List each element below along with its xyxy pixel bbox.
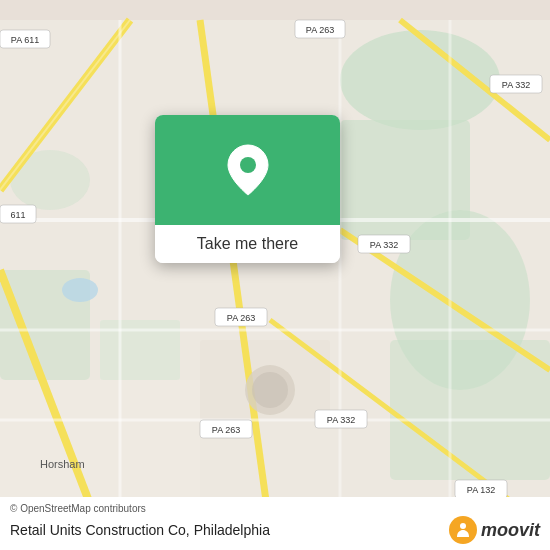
svg-text:Horsham: Horsham bbox=[40, 458, 85, 470]
svg-text:PA 332: PA 332 bbox=[502, 80, 530, 90]
bottom-bar: © OpenStreetMap contributors Retail Unit… bbox=[0, 497, 550, 550]
take-me-there-button[interactable]: Take me there bbox=[169, 236, 326, 252]
svg-text:PA 332: PA 332 bbox=[370, 240, 398, 250]
moovit-person-icon bbox=[454, 521, 472, 539]
popup-green-area bbox=[155, 115, 340, 225]
svg-point-26 bbox=[252, 372, 288, 408]
svg-text:PA 263: PA 263 bbox=[227, 313, 255, 323]
popup-card: Take me there bbox=[155, 115, 340, 263]
map-pin-icon bbox=[226, 143, 270, 197]
svg-point-8 bbox=[62, 278, 98, 302]
place-name: Retail Units Construction Co, Philadelph… bbox=[10, 522, 270, 538]
bottom-info: Retail Units Construction Co, Philadelph… bbox=[10, 516, 540, 544]
svg-text:PA 263: PA 263 bbox=[212, 425, 240, 435]
map-background: PA 611 PA 263 PA 332 611 PA 263 PA 332 P… bbox=[0, 0, 550, 550]
map-container: PA 611 PA 263 PA 332 611 PA 263 PA 332 P… bbox=[0, 0, 550, 550]
svg-text:PA 332: PA 332 bbox=[327, 415, 355, 425]
moovit-logo: moovit bbox=[449, 516, 540, 544]
moovit-text: moovit bbox=[481, 520, 540, 541]
svg-text:PA 132: PA 132 bbox=[467, 485, 495, 495]
popup-button-area: Take me there bbox=[155, 225, 340, 263]
attribution: © OpenStreetMap contributors bbox=[10, 503, 540, 514]
svg-point-47 bbox=[460, 523, 466, 529]
moovit-icon bbox=[449, 516, 477, 544]
svg-text:611: 611 bbox=[10, 210, 25, 220]
svg-text:PA 263: PA 263 bbox=[306, 25, 334, 35]
svg-text:PA 611: PA 611 bbox=[11, 35, 39, 45]
svg-point-46 bbox=[240, 157, 256, 173]
svg-rect-4 bbox=[390, 340, 550, 480]
attribution-text: © OpenStreetMap contributors bbox=[10, 503, 146, 514]
